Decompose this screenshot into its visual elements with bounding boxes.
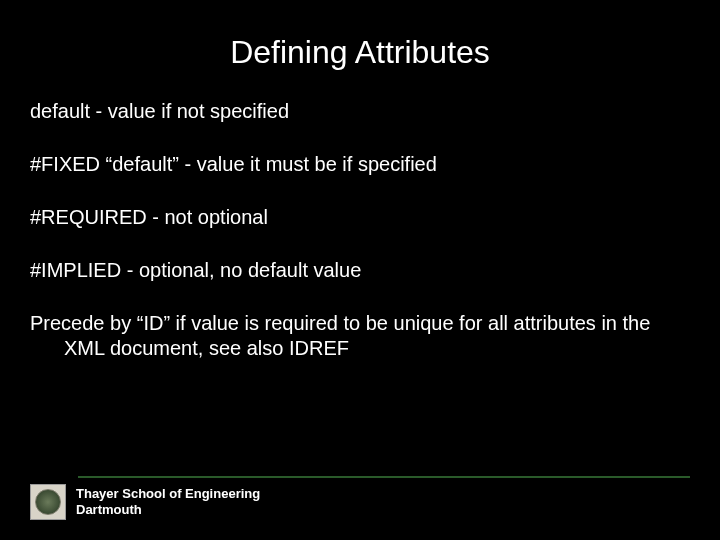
slide-title: Defining Attributes bbox=[30, 34, 690, 71]
footer-row: Thayer School of Engineering Dartmouth bbox=[30, 484, 690, 520]
bullet-implied: #IMPLIED - optional, no default value bbox=[30, 258, 690, 283]
slide-footer: Thayer School of Engineering Dartmouth bbox=[30, 476, 690, 520]
footer-line1: Thayer School of Engineering bbox=[76, 486, 260, 502]
slide-body: default - value if not specified #FIXED … bbox=[30, 99, 690, 361]
footer-text: Thayer School of Engineering Dartmouth bbox=[76, 486, 260, 519]
footer-line2: Dartmouth bbox=[76, 502, 260, 518]
footer-divider bbox=[78, 476, 690, 478]
slide: Defining Attributes default - value if n… bbox=[0, 0, 720, 540]
dartmouth-seal-icon bbox=[30, 484, 66, 520]
bullet-fixed: #FIXED “default” - value it must be if s… bbox=[30, 152, 690, 177]
bullet-required: #REQUIRED - not optional bbox=[30, 205, 690, 230]
bullet-default: default - value if not specified bbox=[30, 99, 690, 124]
bullet-id: Precede by “ID” if value is required to … bbox=[30, 311, 690, 361]
seal-inner-icon bbox=[35, 489, 61, 515]
